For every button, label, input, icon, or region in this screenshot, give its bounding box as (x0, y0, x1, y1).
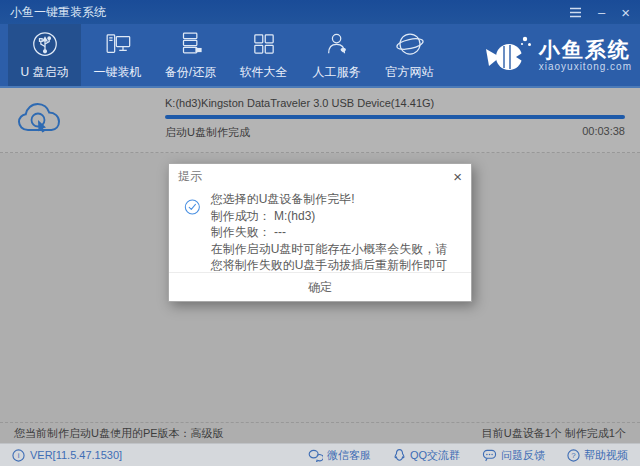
software-grid-icon (249, 29, 279, 59)
info-icon: i (12, 449, 25, 462)
computer-icon (103, 29, 133, 59)
nav-item-label: U 盘启动 (21, 64, 69, 81)
footer-bar: i VER[11.5.47.1530] 微信客服 QQ交流群 (0, 443, 640, 466)
usb-device-label: K:(hd3)Kingston DataTraveler 3.0 USB Dev… (165, 97, 434, 109)
nav-item-usb-boot[interactable]: U 盘启动 (8, 24, 81, 86)
brand-logo: 小鱼系统 xiaoyuxitong.com (484, 24, 632, 86)
app-window: 小鱼一键重装系统 – × U 盘启动 (0, 0, 640, 466)
brand-domain: xiaoyuxitong.com (539, 61, 632, 72)
dialog-title: 提示 (178, 168, 202, 185)
pe-version-text: 您当前制作启动U盘使用的PE版本：高级版 (14, 426, 224, 441)
help-video-link[interactable]: ? 帮助视频 (567, 448, 628, 463)
nav-bar: U 盘启动 一键装机 备份/还原 (0, 24, 640, 88)
footer-link-label: 问题反馈 (501, 448, 545, 463)
title-bar: 小鱼一键重装系统 – × (0, 0, 640, 24)
nav-item-one-click-install[interactable]: 一键装机 (81, 24, 154, 86)
support-person-icon (322, 29, 352, 59)
backup-restore-icon (176, 29, 206, 59)
svg-text:?: ? (571, 451, 576, 460)
brand-name: 小鱼系统 (539, 38, 632, 61)
nav-item-label: 软件大全 (240, 64, 288, 81)
close-icon[interactable]: × (621, 4, 630, 20)
feedback-bubble-icon (482, 449, 497, 462)
success-check-icon (184, 191, 201, 223)
dialog-header: 提示 × (169, 164, 471, 188)
help-question-icon: ? (567, 449, 580, 462)
progress-bar (165, 115, 625, 119)
wechat-icon (308, 449, 323, 462)
dialog-line: 制作成功： M:(hd3) (211, 208, 457, 225)
nav-item-label: 官方网站 (386, 64, 434, 81)
wechat-support-link[interactable]: 微信客服 (308, 448, 371, 463)
minimize-icon[interactable]: – (598, 4, 605, 20)
nav-item-website[interactable]: 官方网站 (373, 24, 446, 86)
nav-item-label: 一键装机 (94, 64, 142, 81)
window-title: 小鱼一键重装系统 (10, 4, 106, 21)
footer-link-label: 帮助视频 (584, 448, 628, 463)
elapsed-time: 00:03:38 (582, 125, 625, 137)
version-text: VER[11.5.47.1530] (30, 449, 122, 461)
result-dialog: 提示 × 您选择的U盘设备制作完毕! 制作成功： M:(hd3) 制作失败： -… (168, 163, 472, 302)
window-controls: – × (569, 4, 630, 20)
status-row: 您当前制作启动U盘使用的PE版本：高级版 目前U盘设备1个 制作完成1个 (0, 422, 640, 443)
device-count-text: 目前U盘设备1个 制作完成1个 (482, 426, 626, 441)
nav-item-backup-restore[interactable]: 备份/还原 (154, 24, 227, 86)
progress-status-text: 启动U盘制作完成 (165, 125, 250, 140)
footer-link-label: 微信客服 (327, 448, 371, 463)
nav-item-support[interactable]: 人工服务 (300, 24, 373, 86)
globe-icon (395, 29, 425, 59)
fish-logo-icon (484, 33, 532, 77)
dialog-line: 在制作启动U盘时可能存在小概率会失败，请您将制作失败的U盘手动拔插后重新制作即可 (211, 241, 457, 274)
menu-icon[interactable] (569, 4, 582, 20)
cloud-search-icon (16, 99, 64, 141)
nav-item-label: 备份/还原 (165, 64, 216, 81)
ok-button[interactable]: 确定 (288, 275, 352, 300)
dialog-footer: 确定 (169, 272, 471, 301)
dialog-message: 您选择的U盘设备制作完毕! 制作成功： M:(hd3) 制作失败： --- 在制… (211, 191, 457, 274)
usb-icon (30, 29, 60, 59)
nav-item-label: 人工服务 (313, 64, 361, 81)
footer-link-label: QQ交流群 (410, 448, 460, 463)
version-info: i VER[11.5.47.1530] (12, 449, 122, 462)
usb-progress-section: K:(hd3)Kingston DataTraveler 3.0 USB Dev… (0, 88, 640, 153)
qq-group-link[interactable]: QQ交流群 (393, 448, 460, 463)
dialog-close-icon[interactable]: × (453, 169, 462, 184)
feedback-link[interactable]: 问题反馈 (482, 448, 545, 463)
dialog-line: 制作失败： --- (211, 224, 457, 241)
dialog-line: 您选择的U盘设备制作完毕! (211, 191, 457, 208)
svg-text:i: i (18, 451, 20, 460)
nav-item-software[interactable]: 软件大全 (227, 24, 300, 86)
qq-icon (393, 448, 406, 462)
footer-links: 微信客服 QQ交流群 问题反馈 ? (308, 448, 628, 463)
dialog-body: 您选择的U盘设备制作完毕! 制作成功： M:(hd3) 制作失败： --- 在制… (169, 188, 471, 274)
